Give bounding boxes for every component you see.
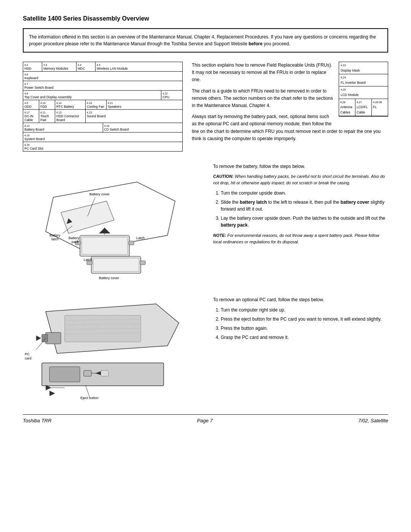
pc-card-step-3: Press the button again. [221, 325, 388, 332]
fru-cell-power-switch: 4.7 Power Switch Board [23, 81, 182, 90]
svg-rect-22 [140, 261, 145, 265]
battery-intro: To remove the battery, follow the steps … [213, 163, 388, 170]
page-title: Satellite 1400 Series Disassembly Overvi… [23, 15, 388, 22]
svg-text:Latch: Latch [84, 258, 92, 262]
svg-rect-37 [49, 367, 80, 382]
pc-card-intro: To remove an optional PC card, follow th… [213, 296, 388, 304]
fru-cell-pccard-slot: 4.20 PC Card Slot [23, 142, 182, 151]
fru-cell-fdd: 4.10 FDD [39, 100, 55, 109]
svg-text:Battery cover: Battery cover [99, 276, 119, 280]
battery-diagram: Battery cover Battery latch [23, 163, 206, 285]
svg-text:PC: PC [25, 352, 30, 356]
svg-marker-32 [36, 335, 41, 341]
always-start-text: Always start by removing the battery pac… [192, 113, 388, 142]
svg-text:pack: pack [72, 240, 79, 244]
fru-cell-odd: 4.9 ODD [23, 100, 39, 109]
fru-cell-hdd-conn: 4.13 HDD Connector Board [55, 110, 86, 123]
svg-line-46 [86, 386, 89, 396]
svg-rect-20 [93, 258, 139, 272]
svg-line-0 [46, 197, 53, 232]
fru-chart-container: 4.2 HDD 3.3 Memory Modules 4.4 MDC 4.5 W… [23, 62, 183, 152]
fru-cell-topcover: 4.8 Top Cover and Display Assembly [23, 91, 161, 100]
fru-right-chart: 4.23 Display Mask 4.24 FL Inverter Board… [339, 62, 388, 117]
fru-row-pccard: 4.20 PC Card Slot [23, 142, 182, 151]
fru-cell-cd-switch: 4.16 CD Switch Board [103, 123, 183, 132]
pc-card-section: PC card Eject button [23, 296, 388, 403]
fru-row-1: 4.2 HDD 3.3 Memory Modules 4.4 MDC 4.5 W… [23, 62, 182, 72]
fru-row-keyboard: 4.6 Keyboard [23, 72, 182, 81]
fru-chart: 4.2 HDD 3.3 Memory Modules 4.4 MDC 4.5 W… [23, 62, 183, 152]
fru-cell-cpu: 4.22 CPU [161, 91, 182, 100]
fru-cell-battery-board: 4.12 Battery Board [23, 123, 103, 132]
fru-cell-cooling: 4.18 Cooling Fan [86, 100, 107, 109]
pc-card-step-1: Turn the computer right side up. [221, 307, 388, 313]
svg-line-2 [137, 182, 175, 201]
fru-cell-keyboard: 4.6 Keyboard [23, 72, 182, 81]
fru-row-battery-board: 4.12 Battery Board 4.16 CD Switch Board [23, 123, 182, 133]
pc-card-step-2: Press the eject button for the PC card y… [221, 316, 388, 323]
svg-line-3 [167, 201, 175, 235]
fru-cell-mdc: 4.4 MDC [76, 62, 96, 71]
page-footer: Toshiba TRR Page 7 7/02, Satellite [23, 414, 388, 423]
fru-cell-touch: 4.11 Touch Pad [39, 110, 55, 123]
svg-text:Battery: Battery [49, 233, 61, 237]
svg-rect-38 [84, 371, 91, 376]
svg-rect-30 [46, 332, 61, 344]
svg-text:Battery cover: Battery cover [89, 192, 110, 196]
battery-step-3: Lay the battery cover upside down. Push … [221, 215, 388, 228]
svg-text:Eject button: Eject button [80, 396, 99, 400]
svg-marker-44 [49, 391, 55, 396]
fru-row-topcover: 4.8 Top Cover and Display Assembly 4.22 … [23, 91, 182, 100]
main-content-row: 4.2 HDD 3.3 Memory Modules 4.4 MDC 4.5 W… [23, 62, 388, 152]
svg-text:Battery: Battery [68, 236, 80, 240]
svg-rect-31 [42, 334, 48, 342]
fru-row-power: 4.7 Power Switch Board [23, 81, 182, 91]
fru-cell-hdd: 4.2 HDD [23, 62, 42, 71]
svg-rect-41 [101, 371, 108, 376]
battery-note: NOTE: For environmental reasons, do not … [213, 232, 388, 245]
fru-cell-system-board: 4.19 System Board [23, 133, 182, 142]
fru-cell-memory: 3.3 Memory Modules [42, 62, 76, 71]
fru-row-system: 4.19 System Board [23, 133, 182, 142]
info-box-text: The information offered in this section … [29, 34, 382, 47]
footer-left: Toshiba TRR [23, 418, 51, 423]
battery-steps-list: Turn the computer upside down. Slide the… [221, 190, 388, 228]
battery-section-text: To remove the battery, follow the steps … [213, 163, 388, 245]
fru-cell-wireless: 4.5 Wireless LAN Module [96, 62, 182, 71]
fru-cell-sound: 4.15 Sound Board [86, 110, 182, 123]
svg-text:Latch: Latch [136, 236, 145, 240]
fru-cell-rtc: 4.14 RTC Battery [55, 100, 86, 109]
pc-card-diagram: PC card Eject button [23, 296, 206, 403]
pc-card-diagram-svg: PC card Eject button [23, 296, 206, 403]
footer-right: 7/02, Satellite [358, 418, 388, 423]
pc-card-steps-list: Turn the computer right side up. Press t… [221, 307, 388, 341]
svg-text:latch: latch [51, 237, 59, 241]
pc-card-step-4: Grasp the PC card and remove it. [221, 334, 388, 341]
section1-text: 4.23 Display Mask 4.24 FL Inverter Board… [192, 62, 388, 152]
svg-rect-11 [82, 237, 127, 254]
battery-step-1: Turn the computer upside down. [221, 190, 388, 197]
footer-center: Page 7 [197, 418, 213, 423]
battery-diagram-svg: Battery cover Battery latch [23, 163, 206, 285]
battery-step-2: Slide the battery latch to the left to r… [221, 199, 388, 212]
pc-card-section-text: To remove an optional PC card, follow th… [213, 296, 388, 343]
battery-section: Battery cover Battery latch [23, 163, 388, 285]
svg-rect-13 [129, 241, 134, 245]
fru-cell-speakers: 4.21 Speakers [107, 100, 182, 109]
fru-cell-dcin: 4.17 DC-IN Cable [23, 110, 39, 123]
fru-row-dcin: 4.17 DC-IN Cable 4.11 Touch Pad 4.13 HDD… [23, 110, 182, 123]
fru-row-odd: 4.9 ODD 4.10 FDD 4.14 RTC Battery 4.18 C… [23, 100, 182, 110]
info-box: The information offered in this section … [23, 28, 388, 53]
battery-caution: CAUTION: When handling battery packs, be… [213, 173, 388, 186]
svg-text:card: card [25, 356, 32, 360]
